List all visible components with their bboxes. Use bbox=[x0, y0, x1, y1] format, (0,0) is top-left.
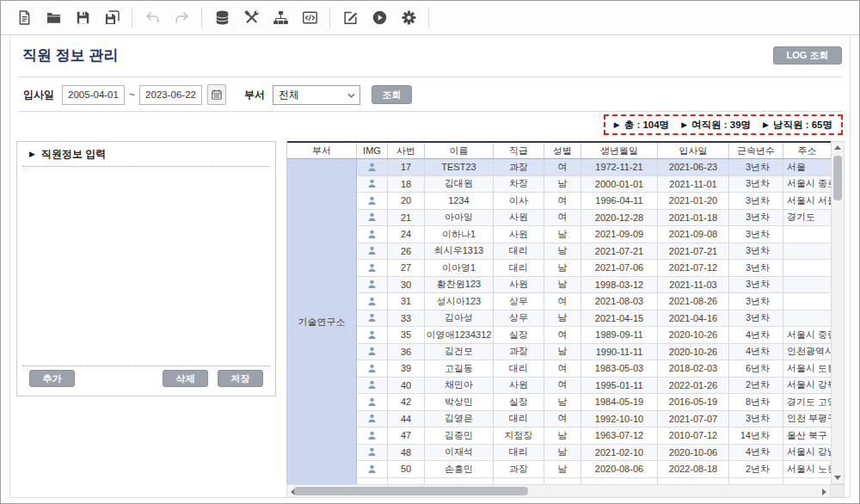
table-row[interactable]: 18김대원차장남2000-01-012021-11-013년차서울시 종로... bbox=[357, 176, 831, 194]
cell-name[interactable]: 최시우1313 bbox=[425, 243, 494, 260]
cell-address[interactable]: 울산 북구 bbox=[783, 427, 831, 444]
cell-img[interactable] bbox=[357, 226, 388, 243]
cell-name[interactable]: 이아영1 bbox=[425, 260, 494, 276]
table-row[interactable]: 35이영애1234312실장여1989-09-112020-10-264년차서울… bbox=[357, 327, 831, 344]
cell-tenure[interactable]: 3년차 bbox=[729, 159, 783, 175]
cell-position[interactable]: 사원 bbox=[494, 226, 544, 243]
cell-tenure[interactable]: 4년차 bbox=[729, 327, 783, 343]
cell-id[interactable]: 35 bbox=[388, 327, 425, 343]
cell-gender[interactable]: 여 bbox=[544, 159, 581, 175]
cell-birth[interactable]: 2020-08-06 bbox=[581, 461, 658, 477]
cell-position[interactable]: 차장 bbox=[494, 176, 544, 193]
cell-img[interactable] bbox=[357, 176, 388, 193]
cell-tenure[interactable]: 3년차 bbox=[729, 243, 783, 260]
cell-hire[interactable]: 2021-11-03 bbox=[658, 277, 729, 293]
cell-gender[interactable]: 여 bbox=[544, 378, 581, 394]
table-row[interactable]: 39고길동대리여1983-05-032018-02-036년차서울시 도봉... bbox=[357, 360, 831, 378]
cell-birth[interactable]: 1990-11-11 bbox=[581, 344, 658, 360]
cell-img[interactable] bbox=[357, 344, 388, 360]
cell-name[interactable]: 1234 bbox=[425, 193, 494, 209]
cell-id[interactable]: 31 bbox=[388, 293, 425, 310]
cell-img[interactable] bbox=[357, 327, 388, 343]
cell-tenure[interactable]: 3년차 bbox=[729, 310, 783, 327]
cell-tenure[interactable]: 2년차 bbox=[729, 378, 783, 394]
cell-img[interactable] bbox=[357, 260, 388, 276]
cell-birth[interactable]: 2021-02-10 bbox=[581, 445, 658, 461]
cell-address[interactable]: 인천 부평구 bbox=[783, 411, 831, 427]
cell-gender[interactable]: 여 bbox=[544, 411, 581, 427]
cell-position[interactable]: 대리 bbox=[494, 243, 544, 260]
open-folder-icon[interactable] bbox=[39, 7, 68, 29]
cell-hire[interactable]: 2020-10-26 bbox=[658, 344, 729, 360]
cell-tenure[interactable]: 3년차 bbox=[729, 210, 783, 226]
cell-name[interactable]: 김대원 bbox=[425, 176, 494, 193]
cell-gender[interactable]: 여 bbox=[544, 293, 581, 310]
cell-tenure[interactable]: 4년차 bbox=[729, 344, 783, 360]
cell-id[interactable]: 24 bbox=[388, 226, 425, 243]
table-row[interactable]: 47김종민지점장남1963-07-122010-07-1214년차울산 북구 bbox=[357, 427, 831, 445]
cell-name[interactable]: 김건모 bbox=[425, 344, 494, 360]
cell-birth[interactable]: 2021-08-03 bbox=[581, 293, 658, 310]
column-header[interactable]: 주소 bbox=[783, 143, 831, 158]
cell-id[interactable]: 27 bbox=[388, 260, 425, 276]
cell-name[interactable]: 손흥민 bbox=[425, 461, 494, 477]
cell-tenure[interactable]: 3년차 bbox=[729, 293, 783, 310]
cell-hire[interactable]: 2020-10-06 bbox=[658, 445, 729, 461]
cell-id[interactable]: 47 bbox=[388, 427, 425, 444]
cell-name[interactable]: 이영애1234312 bbox=[425, 327, 494, 343]
save-button[interactable]: 저장 bbox=[218, 370, 263, 387]
table-row[interactable]: 40채민아사원여1995-01-112022-01-262년차서울시 강북... bbox=[357, 378, 831, 395]
cell-id[interactable]: 33 bbox=[388, 310, 425, 327]
cell-gender[interactable]: 여 bbox=[544, 327, 581, 343]
cell-tenure[interactable]: 6년차 bbox=[729, 360, 783, 377]
cell-birth[interactable]: 1992-10-10 bbox=[581, 411, 658, 427]
cell-hire[interactable]: 2021-11-01 bbox=[658, 176, 729, 193]
scroll-right-arrow-icon[interactable] bbox=[822, 489, 826, 495]
cell-img[interactable] bbox=[357, 445, 388, 461]
cell-img[interactable] bbox=[357, 210, 388, 226]
cell-birth[interactable]: 1983-05-03 bbox=[581, 360, 658, 377]
date-to-input[interactable] bbox=[139, 85, 202, 105]
new-document-icon[interactable] bbox=[9, 7, 39, 29]
cell-birth[interactable]: 2021-09-09 bbox=[581, 226, 658, 243]
date-from-input[interactable] bbox=[62, 85, 125, 105]
cell-img[interactable] bbox=[357, 378, 388, 394]
save-all-icon[interactable] bbox=[97, 7, 126, 29]
cell-tenure[interactable]: 3년차 bbox=[729, 193, 783, 209]
cell-name[interactable]: 김아성 bbox=[425, 310, 494, 327]
cell-gender[interactable]: 남 bbox=[544, 394, 581, 410]
cell-id[interactable]: 26 bbox=[388, 243, 425, 260]
cell-gender[interactable]: 남 bbox=[544, 445, 581, 461]
cell-birth[interactable]: 2021-04-15 bbox=[581, 310, 658, 327]
save-icon[interactable] bbox=[68, 7, 97, 29]
cell-hire[interactable]: 2021-07-12 bbox=[658, 260, 729, 276]
cell-name[interactable]: 김영은 bbox=[425, 411, 494, 427]
cell-birth[interactable]: 1996-04-11 bbox=[581, 193, 658, 209]
cell-tenure[interactable]: 3년차 bbox=[729, 277, 783, 293]
cell-tenure[interactable]: 3년차 bbox=[729, 260, 783, 276]
cell-address[interactable] bbox=[783, 243, 831, 260]
database-icon[interactable] bbox=[207, 7, 236, 29]
cell-id[interactable]: 21 bbox=[388, 210, 425, 226]
cell-position[interactable]: 대리 bbox=[494, 260, 544, 276]
cell-birth[interactable]: 2020-12-28 bbox=[581, 210, 658, 226]
cell-address[interactable] bbox=[783, 260, 831, 276]
cell-gender[interactable]: 여 bbox=[544, 360, 581, 377]
cell-address[interactable] bbox=[783, 310, 831, 327]
scroll-up-arrow-icon[interactable] bbox=[834, 145, 841, 150]
cell-hire[interactable]: 2021-01-20 bbox=[658, 193, 729, 209]
add-button[interactable]: 추가 bbox=[29, 370, 75, 387]
column-header[interactable]: 생년월일 bbox=[581, 143, 658, 158]
column-header[interactable]: IMG bbox=[357, 143, 388, 158]
edit-icon[interactable] bbox=[335, 7, 365, 29]
cell-position[interactable]: 대리 bbox=[494, 411, 544, 427]
table-row[interactable]: 48이재석대리남2021-02-102020-10-064년차서울시 강남... bbox=[357, 445, 831, 462]
cell-id[interactable]: 30 bbox=[388, 277, 425, 293]
cell-gender[interactable]: 남 bbox=[544, 176, 581, 193]
cell-position[interactable]: 과장 bbox=[494, 461, 544, 477]
cell-birth[interactable]: 2021-07-06 bbox=[581, 260, 658, 276]
cell-id[interactable]: 18 bbox=[388, 176, 425, 193]
cell-hire[interactable]: 2016-05-19 bbox=[658, 394, 729, 410]
cell-hire[interactable]: 2021-01-18 bbox=[658, 210, 729, 226]
cell-id[interactable]: 39 bbox=[388, 360, 425, 377]
